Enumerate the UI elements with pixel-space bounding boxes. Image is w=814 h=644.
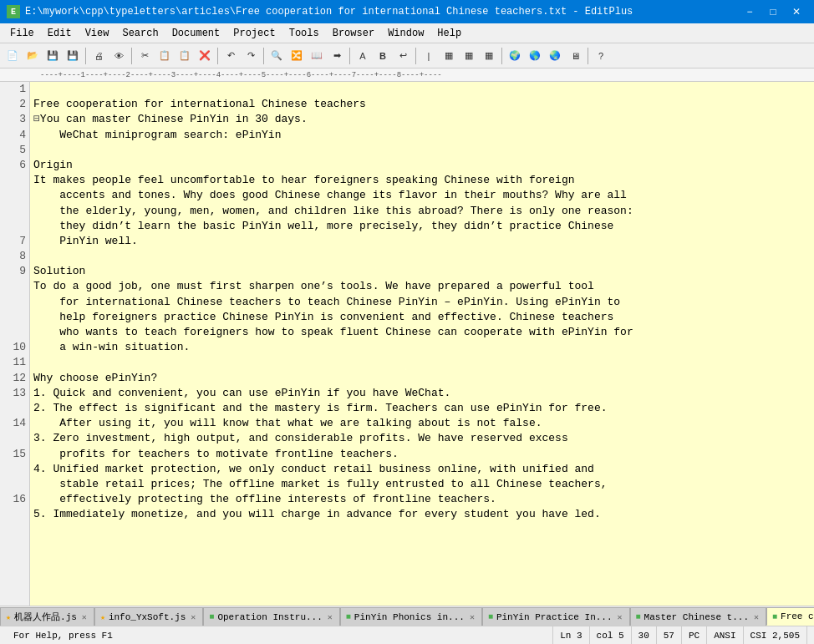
col-marker-button[interactable]: | <box>420 47 438 65</box>
print-button[interactable]: 🖨 <box>89 47 108 65</box>
line-content-9e: a win-win situation. <box>33 341 190 353</box>
menu-tools[interactable]: Tools <box>282 26 326 41</box>
col3-button[interactable]: ▦ <box>460 47 478 65</box>
tab-close-pinyin-practice[interactable]: ✕ <box>616 612 624 622</box>
menu-window[interactable]: Window <box>381 26 430 41</box>
toolbar-separator-7 <box>501 48 502 64</box>
redo-button[interactable]: ↷ <box>242 47 260 65</box>
copy-button[interactable]: 📋 <box>155 47 174 65</box>
line-num-10 <box>3 219 26 234</box>
open-button[interactable]: 📂 <box>23 47 42 65</box>
tab-icon-jiqiren: ★ <box>6 612 11 622</box>
tab-jiqiren[interactable]: ★ 机器人作品.js ✕ <box>0 607 94 626</box>
new-button[interactable]: 📄 <box>3 47 22 65</box>
fold-icon-2[interactable]: ⊟ <box>33 113 40 125</box>
menu-project[interactable]: Project <box>226 26 282 41</box>
status-num2: 57 <box>657 626 682 644</box>
menu-file[interactable]: File <box>3 26 41 41</box>
findall-button[interactable]: 📖 <box>308 47 326 65</box>
minimize-button[interactable]: − <box>739 3 761 20</box>
browser2-button[interactable]: 🌎 <box>526 47 544 65</box>
tab-close-jiqiren[interactable]: ✕ <box>80 612 89 622</box>
line-num-28: 16 <box>3 492 26 507</box>
close-button[interactable]: ✕ <box>786 3 807 20</box>
menu-search[interactable]: Search <box>115 26 165 41</box>
toolbar: 📄 📂 💾 💾 🖨 👁 ✂ 📋 📋 ❌ ↶ ↷ 🔍 🔀 📖 ➡ A B ↩ | … <box>0 43 814 68</box>
status-ln: Ln 3 <box>553 626 589 644</box>
save-all-button[interactable]: 💾 <box>64 47 82 65</box>
browser1-button[interactable]: 🌍 <box>506 47 524 65</box>
menu-browser[interactable]: Browser <box>326 26 381 41</box>
cut-button[interactable]: ✂ <box>135 47 154 65</box>
menu-edit[interactable]: Edit <box>41 26 79 41</box>
delete-button[interactable]: ❌ <box>196 47 214 65</box>
line-num-20: 12 <box>3 371 26 386</box>
tab-close-pinyin-phonics[interactable]: ✕ <box>468 612 476 622</box>
browser3-button[interactable]: 🌏 <box>546 47 564 65</box>
menu-bar: File Edit View Search Document Project T… <box>0 23 814 43</box>
menu-help[interactable]: Help <box>430 26 468 41</box>
tab-free-cooperation[interactable]: ■ Free cooperation... ✕ <box>766 607 814 626</box>
tab-pinyin-phonics[interactable]: ■ PinYin Phonics in... ✕ <box>340 607 482 626</box>
wordwrap-button[interactable]: ↩ <box>394 47 412 65</box>
print-preview-button[interactable]: 👁 <box>109 47 128 65</box>
help2-button[interactable]: ? <box>592 47 610 65</box>
status-col-text: col 5 <box>597 631 624 641</box>
tab-label-free-cooperation: Free cooperation... <box>781 611 814 621</box>
goto-button[interactable]: ➡ <box>328 47 346 65</box>
line-num-12: 8 <box>3 249 26 264</box>
find-replace-button[interactable]: 🔀 <box>287 47 306 65</box>
status-ln-text: Ln 3 <box>560 631 582 641</box>
toolbar-separator-8 <box>588 48 588 64</box>
toolbar-separator-3 <box>217 48 218 64</box>
col2-button[interactable]: ▦ <box>440 47 458 65</box>
status-col: col 5 <box>590 626 632 644</box>
col4-button[interactable]: ▦ <box>480 47 498 65</box>
font-button[interactable]: A <box>354 47 372 65</box>
tab-icon-info: ★ <box>100 612 105 622</box>
status-count-text: CSI 2,505 <box>750 631 800 641</box>
line-num-7 <box>3 173 26 188</box>
menu-document[interactable]: Document <box>165 26 227 41</box>
undo-button[interactable]: ↶ <box>221 47 240 65</box>
line-content-3: WeChat miniprogram search: ePinYin <box>33 129 281 141</box>
line-num-25: 15 <box>3 447 26 462</box>
line-content-6e: PinYin well. <box>33 235 138 247</box>
line-content-15c: effectively protecting the offline inter… <box>33 493 496 505</box>
restore-button[interactable]: □ <box>762 3 784 20</box>
status-encoding-text: ANSI <box>714 631 735 641</box>
save-button[interactable]: 💾 <box>43 47 62 65</box>
tab-close-operation[interactable]: ✕ <box>326 612 334 622</box>
line-content-14b: profits for teachers to motivate frontli… <box>33 448 399 460</box>
tab-icon-operation: ■ <box>209 612 214 621</box>
tab-label-pinyin-phonics: PinYin Phonics in... <box>354 612 465 622</box>
browser4-button[interactable]: 🖥 <box>566 47 584 65</box>
bold-button[interactable]: B <box>374 47 392 65</box>
line-content-6a: It makes people feel uncomfortable to he… <box>33 174 575 186</box>
tab-close-master-chinese[interactable]: ✕ <box>752 612 761 622</box>
editor-content[interactable]: Free cooperation for international Chine… <box>30 82 814 606</box>
line-num-4: 4 <box>3 128 26 143</box>
tab-operation[interactable]: ■ Operation Instru... ✕ <box>203 607 339 626</box>
line-num-3: 3 <box>3 112 26 127</box>
line-content-6d: they didn’t learn the basic PinYin well,… <box>33 220 613 232</box>
line-num-1: 1 <box>3 82 26 97</box>
status-bar: For Help, press F1 Ln 3 col 5 30 57 PC A… <box>0 626 814 644</box>
menu-view[interactable]: View <box>79 26 116 41</box>
line-num-13: 9 <box>3 264 26 279</box>
line-content-14a: 3. Zero investment, high output, and con… <box>33 432 568 444</box>
tab-icon-pinyin-phonics: ■ <box>346 612 351 621</box>
tab-pinyin-practice[interactable]: ■ PinYin Practice In... ✕ <box>482 607 630 626</box>
tab-info[interactable]: ★ info_YxSoft.js ✕ <box>94 607 203 626</box>
line-num-17 <box>3 325 26 340</box>
line-num-5: 5 <box>3 143 26 158</box>
tab-icon-master-chinese: ■ <box>636 612 641 621</box>
find-button[interactable]: 🔍 <box>267 47 286 65</box>
line-num-11: 7 <box>3 234 26 249</box>
paste-button[interactable]: 📋 <box>176 47 194 65</box>
line-num-27 <box>3 477 26 492</box>
tab-close-info[interactable]: ✕ <box>189 612 197 622</box>
line-content-2: You can master Chinese PinYin in 30 days… <box>40 113 308 125</box>
tab-master-chinese[interactable]: ■ Master Chinese t... ✕ <box>630 607 766 626</box>
line-content-9d: who wants to teach foreigners how to spe… <box>33 326 633 338</box>
